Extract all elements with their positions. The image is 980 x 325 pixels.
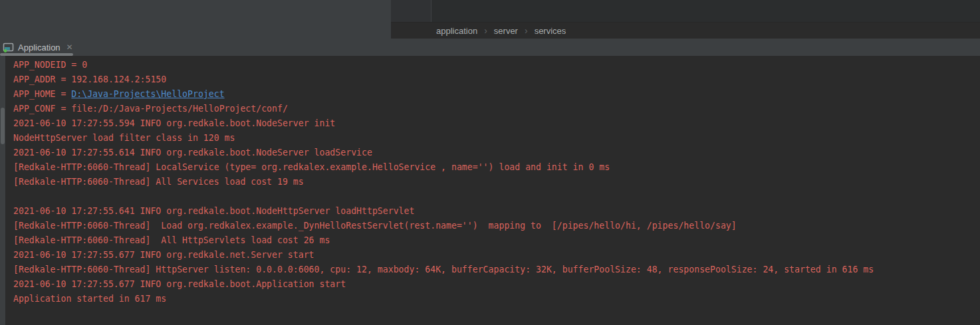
chevron-right-icon: › [525, 26, 528, 35]
breadcrumb: application › server › services [391, 22, 980, 39]
top-row: application › server › services [0, 0, 980, 39]
run-console-icon [3, 43, 14, 53]
chevron-right-icon: › [484, 26, 487, 35]
console-line: APP_CONF = file:/D:/Java-Projects/HelloP… [13, 102, 980, 116]
log-text: [Redkale-HTTP:6060-Thread] HttpServer li… [13, 265, 874, 274]
log-text: [Redkale-HTTP:6060-Thread] LocalService … [13, 162, 610, 172]
console-line: Application started in 617 ms [13, 292, 980, 306]
log-text: APP_HOME = [13, 89, 71, 99]
tab-label: Application [18, 43, 61, 53]
editor-strip [391, 0, 980, 22]
console-line: APP_HOME = D:\Java-Projects\HelloProject [13, 87, 980, 102]
console-line: APP_ADDR = 192.168.124.2:5150 [13, 72, 980, 87]
log-text: [Redkale-HTTP:6060-Thread] All HttpServl… [13, 235, 330, 245]
breadcrumb-item-server[interactable]: server [494, 26, 518, 36]
log-text: 2021-06-10 17:27:55.614 INFO org.redkale… [13, 148, 372, 158]
console-line: APP_NODEID = 0 [13, 58, 980, 72]
console-line: 2021-06-10 17:27:55.677 INFO org.redkale… [13, 248, 980, 263]
console-line: [Redkale-HTTP:6060-Thread] Load org.redk… [13, 219, 980, 233]
console-line: [Redkale-HTTP:6060-Thread] LocalService … [13, 160, 980, 175]
log-text: 2021-06-10 17:27:55.594 INFO org.redkale… [13, 118, 335, 128]
console-line: 2021-06-10 17:27:55.614 INFO org.redkale… [13, 146, 980, 160]
close-icon[interactable]: ✕ [66, 43, 73, 51]
console-left-gutter [0, 56, 5, 325]
console-line: [Redkale-HTTP:6060-Thread] All Services … [13, 175, 980, 189]
log-text: APP_NODEID = 0 [13, 60, 87, 70]
console-line: 2021-06-10 17:27:55.677 INFO org.redkale… [13, 277, 980, 292]
breadcrumb-item-services[interactable]: services [535, 26, 566, 36]
console-output: APP_NODEID = 0APP_ADDR = 192.168.124.2:5… [13, 58, 980, 306]
console-line: 2021-06-10 17:27:55.594 INFO org.redkale… [13, 116, 980, 131]
console-line: 2021-06-10 17:27:55.641 INFO org.redkale… [13, 204, 980, 219]
run-tab-bar: Application ✕ [0, 39, 980, 56]
console-line [13, 189, 980, 204]
log-text: APP_ADDR = 192.168.124.2:5150 [13, 74, 166, 84]
log-text: [Redkale-HTTP:6060-Thread] Load org.redk… [13, 221, 737, 231]
log-text: [Redkale-HTTP:6060-Thread] All Services … [13, 177, 304, 187]
file-link[interactable]: D:\Java-Projects\HelloProject [71, 89, 224, 99]
log-text: 2021-06-10 17:27:55.677 INFO org.redkale… [13, 279, 346, 289]
console-line: [Redkale-HTTP:6060-Thread] All HttpServl… [13, 233, 980, 248]
log-text: 2021-06-10 17:27:55.641 INFO org.redkale… [13, 206, 414, 216]
vertical-scroll-thumb[interactable] [1, 108, 5, 144]
breadcrumb-item-application[interactable]: application [436, 26, 477, 36]
console-line: NodeHttpServer load filter class in 120 … [13, 131, 980, 146]
log-text: APP_CONF = file:/D:/Java-Projects/HelloP… [13, 104, 288, 114]
log-text: NodeHttpServer load filter class in 120 … [13, 133, 235, 143]
console-line: [Redkale-HTTP:6060-Thread] HttpServer li… [13, 263, 980, 277]
log-text: 2021-06-10 17:27:55.677 INFO org.redkale… [13, 250, 314, 260]
log-text: Application started in 617 ms [13, 294, 166, 304]
editor-gutter [391, 0, 431, 22]
console-panel: APP_NODEID = 0APP_ADDR = 192.168.124.2:5… [0, 56, 980, 325]
top-left-panel [0, 0, 391, 39]
